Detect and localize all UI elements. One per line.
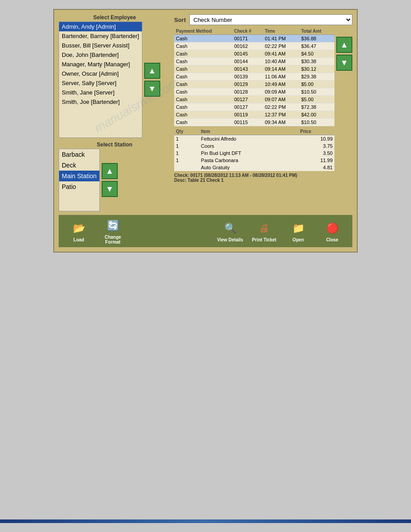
table-cell: 10:40 AM: [263, 58, 299, 65]
employee-section: Select Employee Admin, Andy [Admin]Barte…: [59, 14, 171, 138]
employee-item[interactable]: Admin, Andy [Admin]: [59, 22, 142, 31]
table-cell: 00144: [232, 58, 263, 65]
employee-item[interactable]: Smith, Jane [Server]: [59, 88, 142, 97]
employee-item[interactable]: Server, Sally [Server]: [59, 78, 142, 88]
table-cell: 00128: [232, 88, 263, 96]
checks-header-row: Payment MethodCheck #TimeTotal Amt: [174, 28, 334, 35]
detail-cell: 3.75: [299, 142, 334, 150]
station-item[interactable]: Main Station: [59, 171, 99, 181]
checks-scroll-down[interactable]: ▼: [336, 55, 352, 71]
table-cell: 00115: [232, 119, 263, 126]
station-section-label: Select Station: [59, 142, 171, 148]
table-cell: 10:49 AM: [263, 81, 299, 88]
open-label: Open: [292, 237, 304, 242]
table-cell: $42.00: [300, 111, 334, 119]
checks-col-header: Check #: [232, 28, 263, 35]
employee-section-label: Select Employee: [59, 14, 171, 21]
table-cell: 09:07 AM: [263, 96, 299, 103]
table-row[interactable]: Cash0013911:06 AM$29.38: [174, 73, 334, 81]
table-cell: Cash: [174, 58, 232, 65]
table-cell: Cash: [174, 111, 232, 119]
table-row[interactable]: Cash0014410:40 AM$30.38: [174, 58, 334, 65]
table-cell: 00119: [232, 111, 263, 119]
close-button[interactable]: 🔴Close: [317, 218, 348, 245]
print-ticket-label: Print Ticket: [252, 237, 276, 242]
detail-col-header: Price: [299, 128, 334, 135]
change-format-button[interactable]: 🔄Change Format: [97, 218, 128, 245]
station-scroll-up[interactable]: ▲: [102, 163, 118, 179]
detail-col-header: Item: [199, 128, 299, 135]
detail-cell: 4.81: [299, 164, 334, 171]
table-row[interactable]: Cash0012910:49 AM$5.00: [174, 81, 334, 88]
employee-list: Admin, Andy [Admin]Bartender, Barney [Ba…: [59, 21, 142, 138]
table-row[interactable]: Cash0012709:07 AM$5.00: [174, 96, 334, 103]
detail-row: 1Pasta Carbonara11.99: [174, 157, 334, 164]
open-button[interactable]: 📁Open: [283, 218, 314, 245]
checks-col-header: Total Amt: [300, 28, 334, 35]
print-ticket-button[interactable]: 🖨Print Ticket: [248, 218, 280, 245]
main-panel: Select Employee Admin, Andy [Admin]Barte…: [53, 9, 358, 253]
table-cell: $36.88: [300, 35, 334, 43]
table-row[interactable]: Cash0011912:37 PM$42.00: [174, 111, 334, 119]
table-cell: Cash: [174, 65, 232, 73]
checks-col-header: Time: [263, 28, 299, 35]
table-cell: Cash: [174, 50, 232, 58]
table-cell: 11:06 AM: [263, 73, 299, 81]
checks-col-header: Payment Method: [174, 28, 232, 35]
table-cell: 00162: [232, 43, 263, 50]
table-cell: $4.50: [300, 50, 334, 58]
toolbar: 📂Load🔄Change Format🔍View Details🖨Print T…: [59, 215, 352, 247]
table-cell: Cash: [174, 96, 232, 103]
view-details-label: View Details: [217, 237, 243, 242]
employee-item[interactable]: Smith, Joe [Bartender]: [59, 97, 142, 107]
table-row[interactable]: Cash0016202:22 PM$36.47: [174, 43, 334, 50]
sort-select[interactable]: Check NumberTimeTotal AmountPayment Meth…: [189, 14, 352, 25]
employee-item[interactable]: Doe, John [Bartender]: [59, 50, 142, 60]
table-cell: $5.00: [300, 81, 334, 88]
table-row[interactable]: Cash0012702:22 PM$72.38: [174, 103, 334, 111]
table-cell: Cash: [174, 35, 232, 43]
table-row[interactable]: Cash0011509:34 AM$10.50: [174, 119, 334, 126]
table-row[interactable]: Cash0014509:41 AM$4.50: [174, 50, 334, 58]
detail-cell: Auto Gratuity: [199, 164, 299, 171]
employee-item[interactable]: Manager, Marty [Manager]: [59, 60, 142, 69]
detail-cell: Coors: [199, 142, 299, 150]
detail-header-row: QtyItemPrice: [174, 128, 334, 135]
station-item[interactable]: Barback: [59, 149, 99, 160]
detail-cell: [174, 164, 199, 171]
load-icon: 📂: [71, 220, 87, 236]
load-label: Load: [73, 237, 84, 242]
open-icon: 📁: [290, 220, 306, 236]
employee-item[interactable]: Busser, Bill [Server Assist]: [59, 41, 142, 50]
table-row[interactable]: Cash0012809:09 AM$10.50: [174, 88, 334, 96]
detail-row: Auto Gratuity4.81: [174, 164, 334, 171]
table-cell: Cash: [174, 43, 232, 50]
employee-scroll-buttons: ▲ ▼: [144, 21, 160, 138]
left-panel: Select Employee Admin, Andy [Admin]Barte…: [59, 14, 171, 211]
check-info-desc: Desc: Table 21 Check 1: [174, 178, 334, 183]
view-details-button[interactable]: 🔍View Details: [214, 218, 246, 245]
station-scroll-down[interactable]: ▼: [102, 181, 118, 197]
station-item[interactable]: Patio: [59, 181, 99, 192]
table-cell: 00143: [232, 65, 263, 73]
station-section: Select Station BarbackDeckMain StationPa…: [59, 142, 171, 211]
detail-cell: 1: [174, 142, 199, 150]
table-cell: $72.38: [300, 103, 334, 111]
table-cell: $5.00: [300, 96, 334, 103]
employee-scroll-up[interactable]: ▲: [144, 63, 160, 79]
employee-item[interactable]: Owner, Oscar [Admin]: [59, 69, 142, 78]
employee-scroll-down[interactable]: ▼: [144, 81, 160, 97]
table-cell: 09:41 AM: [263, 50, 299, 58]
detail-cell: 1: [174, 135, 199, 143]
table-cell: Cash: [174, 88, 232, 96]
table-row[interactable]: Cash0014309:14 AM$30.12: [174, 65, 334, 73]
table-cell: 09:34 AM: [263, 119, 299, 126]
employee-item[interactable]: Bartender, Barney [Bartender]: [59, 31, 142, 41]
sort-row: Sort Check NumberTimeTotal AmountPayment…: [174, 14, 352, 25]
checks-scroll-up[interactable]: ▲: [336, 37, 352, 53]
table-row[interactable]: Cash0017101:41 PM$36.88: [174, 35, 334, 43]
table-cell: $29.38: [300, 73, 334, 81]
station-item[interactable]: Deck: [59, 160, 99, 171]
detail-header: QtyItemPrice: [174, 128, 334, 135]
load-button[interactable]: 📂Load: [63, 218, 94, 245]
